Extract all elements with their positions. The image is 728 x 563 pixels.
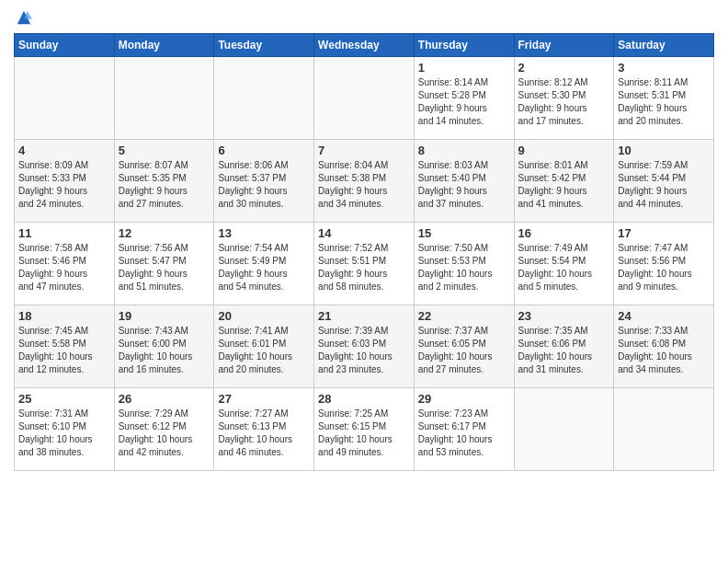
day-info: Sunrise: 8:07 AM Sunset: 5:35 PM Dayligh… <box>119 159 210 211</box>
calendar-cell: 20Sunrise: 7:41 AM Sunset: 6:01 PM Dayli… <box>214 305 314 388</box>
calendar-cell: 15Sunrise: 7:50 AM Sunset: 5:53 PM Dayli… <box>414 223 514 305</box>
day-info: Sunrise: 8:04 AM Sunset: 5:38 PM Dayligh… <box>318 159 410 211</box>
calendar-cell <box>614 388 714 471</box>
day-info: Sunrise: 8:11 AM Sunset: 5:31 PM Dayligh… <box>618 76 710 128</box>
day-info: Sunrise: 7:47 AM Sunset: 5:56 PM Dayligh… <box>618 242 710 293</box>
day-number: 12 <box>119 226 210 240</box>
day-number: 20 <box>218 309 310 323</box>
col-header-monday: Monday <box>114 34 214 57</box>
day-info: Sunrise: 7:56 AM Sunset: 5:47 PM Dayligh… <box>119 242 210 293</box>
col-header-saturday: Saturday <box>614 34 714 57</box>
day-number: 13 <box>218 226 310 240</box>
day-info: Sunrise: 7:43 AM Sunset: 6:00 PM Dayligh… <box>119 325 210 376</box>
calendar-cell: 10Sunrise: 7:59 AM Sunset: 5:44 PM Dayli… <box>614 140 714 223</box>
day-number: 5 <box>119 144 210 157</box>
calendar-cell <box>214 57 314 140</box>
day-info: Sunrise: 7:31 AM Sunset: 6:10 PM Dayligh… <box>18 408 110 459</box>
calendar-header-row: SundayMondayTuesdayWednesdayThursdayFrid… <box>15 34 714 57</box>
day-info: Sunrise: 7:58 AM Sunset: 5:46 PM Dayligh… <box>18 242 110 293</box>
day-number: 7 <box>318 144 410 157</box>
day-number: 15 <box>418 226 510 240</box>
calendar-cell: 6Sunrise: 8:06 AM Sunset: 5:37 PM Daylig… <box>214 140 314 223</box>
col-header-sunday: Sunday <box>15 34 115 57</box>
day-info: Sunrise: 7:59 AM Sunset: 5:44 PM Dayligh… <box>618 159 710 211</box>
col-header-friday: Friday <box>514 34 614 57</box>
day-info: Sunrise: 8:14 AM Sunset: 5:28 PM Dayligh… <box>418 76 510 128</box>
calendar-table: SundayMondayTuesdayWednesdayThursdayFrid… <box>14 33 714 471</box>
calendar-cell <box>15 57 115 140</box>
day-info: Sunrise: 7:35 AM Sunset: 6:06 PM Dayligh… <box>518 325 610 376</box>
calendar-cell: 7Sunrise: 8:04 AM Sunset: 5:38 PM Daylig… <box>314 140 415 223</box>
calendar-cell: 16Sunrise: 7:49 AM Sunset: 5:54 PM Dayli… <box>514 223 614 305</box>
calendar-week-5: 25Sunrise: 7:31 AM Sunset: 6:10 PM Dayli… <box>15 388 714 471</box>
calendar-cell <box>114 57 214 140</box>
calendar-week-2: 4Sunrise: 8:09 AM Sunset: 5:33 PM Daylig… <box>15 140 714 223</box>
calendar-cell: 26Sunrise: 7:29 AM Sunset: 6:12 PM Dayli… <box>114 388 214 471</box>
day-number: 21 <box>318 309 410 323</box>
day-info: Sunrise: 7:29 AM Sunset: 6:12 PM Dayligh… <box>119 408 210 459</box>
day-number: 18 <box>18 309 110 323</box>
day-number: 16 <box>518 226 610 240</box>
day-number: 1 <box>418 61 510 75</box>
day-info: Sunrise: 7:23 AM Sunset: 6:17 PM Dayligh… <box>418 408 510 459</box>
day-number: 24 <box>618 309 710 323</box>
day-info: Sunrise: 7:41 AM Sunset: 6:01 PM Dayligh… <box>218 325 310 376</box>
day-number: 11 <box>18 226 110 240</box>
col-header-tuesday: Tuesday <box>214 34 314 57</box>
day-number: 25 <box>18 392 110 406</box>
day-info: Sunrise: 7:27 AM Sunset: 6:13 PM Dayligh… <box>218 408 310 459</box>
calendar-week-1: 1Sunrise: 8:14 AM Sunset: 5:28 PM Daylig… <box>15 57 714 140</box>
day-number: 14 <box>318 226 410 240</box>
day-info: Sunrise: 8:01 AM Sunset: 5:42 PM Dayligh… <box>518 159 610 211</box>
calendar-cell: 11Sunrise: 7:58 AM Sunset: 5:46 PM Dayli… <box>15 223 115 305</box>
day-info: Sunrise: 7:33 AM Sunset: 6:08 PM Dayligh… <box>618 325 710 376</box>
day-number: 2 <box>518 61 610 75</box>
calendar-cell: 25Sunrise: 7:31 AM Sunset: 6:10 PM Dayli… <box>15 388 115 471</box>
calendar-cell: 8Sunrise: 8:03 AM Sunset: 5:40 PM Daylig… <box>414 140 514 223</box>
page-header <box>14 9 714 26</box>
calendar-cell: 19Sunrise: 7:43 AM Sunset: 6:00 PM Dayli… <box>114 305 214 388</box>
day-number: 19 <box>119 309 210 323</box>
day-number: 26 <box>119 392 210 406</box>
day-number: 23 <box>518 309 610 323</box>
day-number: 27 <box>218 392 310 406</box>
day-number: 29 <box>418 392 510 406</box>
calendar-cell: 22Sunrise: 7:37 AM Sunset: 6:05 PM Dayli… <box>414 305 514 388</box>
day-number: 17 <box>618 226 710 240</box>
calendar-cell: 14Sunrise: 7:52 AM Sunset: 5:51 PM Dayli… <box>314 223 415 305</box>
day-info: Sunrise: 7:49 AM Sunset: 5:54 PM Dayligh… <box>518 242 610 293</box>
calendar-cell: 13Sunrise: 7:54 AM Sunset: 5:49 PM Dayli… <box>214 223 314 305</box>
calendar-cell: 4Sunrise: 8:09 AM Sunset: 5:33 PM Daylig… <box>15 140 115 223</box>
col-header-wednesday: Wednesday <box>314 34 415 57</box>
day-number: 28 <box>318 392 410 406</box>
calendar-cell <box>514 388 614 471</box>
logo <box>14 9 32 26</box>
calendar-cell: 12Sunrise: 7:56 AM Sunset: 5:47 PM Dayli… <box>114 223 214 305</box>
calendar-week-4: 18Sunrise: 7:45 AM Sunset: 5:58 PM Dayli… <box>15 305 714 388</box>
day-number: 10 <box>618 144 710 157</box>
calendar-cell: 17Sunrise: 7:47 AM Sunset: 5:56 PM Dayli… <box>614 223 714 305</box>
calendar-cell: 1Sunrise: 8:14 AM Sunset: 5:28 PM Daylig… <box>414 57 514 140</box>
calendar-cell: 18Sunrise: 7:45 AM Sunset: 5:58 PM Dayli… <box>15 305 115 388</box>
calendar-cell: 24Sunrise: 7:33 AM Sunset: 6:08 PM Dayli… <box>614 305 714 388</box>
calendar-cell: 28Sunrise: 7:25 AM Sunset: 6:15 PM Dayli… <box>314 388 415 471</box>
day-info: Sunrise: 8:12 AM Sunset: 5:30 PM Dayligh… <box>518 76 610 128</box>
calendar-cell: 21Sunrise: 7:39 AM Sunset: 6:03 PM Dayli… <box>314 305 415 388</box>
calendar-cell: 3Sunrise: 8:11 AM Sunset: 5:31 PM Daylig… <box>614 57 714 140</box>
day-info: Sunrise: 7:25 AM Sunset: 6:15 PM Dayligh… <box>318 408 410 459</box>
calendar-cell: 29Sunrise: 7:23 AM Sunset: 6:17 PM Dayli… <box>414 388 514 471</box>
day-info: Sunrise: 8:03 AM Sunset: 5:40 PM Dayligh… <box>418 159 510 211</box>
day-number: 9 <box>518 144 610 157</box>
day-info: Sunrise: 7:54 AM Sunset: 5:49 PM Dayligh… <box>218 242 310 293</box>
calendar-week-3: 11Sunrise: 7:58 AM Sunset: 5:46 PM Dayli… <box>15 223 714 305</box>
day-info: Sunrise: 7:37 AM Sunset: 6:05 PM Dayligh… <box>418 325 510 376</box>
calendar-cell: 2Sunrise: 8:12 AM Sunset: 5:30 PM Daylig… <box>514 57 614 140</box>
calendar-cell <box>314 57 415 140</box>
calendar-cell: 23Sunrise: 7:35 AM Sunset: 6:06 PM Dayli… <box>514 305 614 388</box>
day-number: 6 <box>218 144 310 157</box>
day-info: Sunrise: 7:39 AM Sunset: 6:03 PM Dayligh… <box>318 325 410 376</box>
calendar-cell: 27Sunrise: 7:27 AM Sunset: 6:13 PM Dayli… <box>214 388 314 471</box>
day-info: Sunrise: 8:09 AM Sunset: 5:33 PM Dayligh… <box>18 159 110 211</box>
day-info: Sunrise: 7:50 AM Sunset: 5:53 PM Dayligh… <box>418 242 510 293</box>
col-header-thursday: Thursday <box>414 34 514 57</box>
